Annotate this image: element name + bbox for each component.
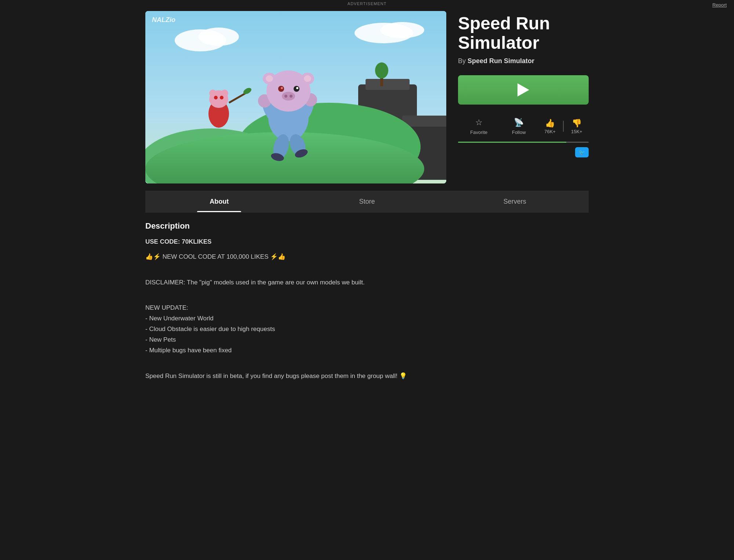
social-row: 🐦 [458, 144, 589, 157]
svg-point-17 [221, 90, 228, 97]
desc-line-1: 👍⚡ NEW COOL CODE AT 100,000 LIKES ⚡👍 [145, 252, 589, 262]
star-icon: ☆ [475, 118, 483, 127]
thumbnail-watermark: NALZio [152, 16, 175, 24]
thumbs-down-count: 15K+ [571, 129, 582, 134]
tab-about[interactable]: About [145, 191, 293, 212]
vote-bar-fill [458, 142, 566, 143]
game-title: Speed Run Simulator [458, 14, 589, 53]
content-area: Description USE CODE: 70KLIKES 👍⚡ NEW CO… [145, 212, 589, 395]
play-button[interactable] [458, 75, 589, 105]
thumbs-up-count: 76K+ [544, 129, 556, 134]
follow-label: Follow [512, 130, 526, 135]
vote-progress-bar [458, 142, 589, 143]
svg-rect-6 [366, 79, 410, 90]
desc-line-3: DISCLAIMER: The "pig" models used in the… [145, 277, 589, 288]
tab-store[interactable]: Store [293, 191, 441, 212]
thumbs-up-section: 👍 76K+ [544, 119, 556, 134]
svg-point-41 [284, 95, 287, 98]
svg-point-4 [380, 22, 424, 38]
game-info-panel: Speed Run Simulator By Speed Run Simulat… [458, 11, 589, 183]
favorite-label: Favorite [470, 130, 487, 135]
svg-point-42 [290, 95, 292, 98]
description-text: USE CODE: 70KLIKES 👍⚡ NEW COOL CODE AT 1… [145, 237, 589, 382]
tab-servers[interactable]: Servers [441, 191, 589, 212]
action-buttons-row: ☆ Favorite 📡 Follow 👍 76K+ 👎 15K+ [458, 112, 589, 141]
svg-point-34 [266, 75, 273, 82]
thumbs-down-icon[interactable]: 👎 [572, 119, 582, 128]
vote-divider [563, 121, 564, 132]
svg-point-2 [199, 28, 239, 46]
follow-button[interactable]: 📡 Follow [506, 115, 532, 138]
svg-point-13 [375, 62, 388, 79]
vote-section: 👍 76K+ 👎 15K+ [544, 119, 582, 134]
svg-rect-8 [402, 116, 446, 127]
report-link[interactable]: Report [712, 2, 727, 8]
twitter-button[interactable]: 🐦 [575, 147, 589, 157]
thumbs-up-icon[interactable]: 👍 [545, 119, 555, 128]
thumbs-down-section: 👎 15K+ [571, 119, 582, 134]
svg-point-43 [278, 86, 284, 92]
twitter-icon: 🐦 [579, 149, 585, 155]
desc-line-0: USE CODE: 70KLIKES [145, 237, 589, 247]
svg-point-39 [296, 87, 298, 89]
game-thumbnail: NALZio [145, 11, 446, 183]
favorite-button[interactable]: ☆ Favorite [464, 115, 493, 138]
play-icon [517, 83, 529, 97]
svg-point-16 [209, 90, 217, 97]
svg-point-19 [220, 96, 224, 99]
svg-point-35 [304, 75, 311, 82]
description-heading: Description [145, 221, 589, 231]
desc-line-10: Speed Run Simulator is still in beta, if… [145, 371, 589, 382]
game-creator: By Speed Run Simulator [458, 57, 589, 65]
desc-line-5: NEW UPDATE: - New Underwater World - Clo… [145, 303, 589, 356]
advertisement-label: ADVERTISEMENT [0, 0, 734, 7]
tabs-bar: About Store Servers [145, 191, 589, 212]
svg-point-18 [214, 96, 218, 99]
svg-point-40 [282, 92, 295, 101]
follow-icon: 📡 [514, 118, 524, 127]
